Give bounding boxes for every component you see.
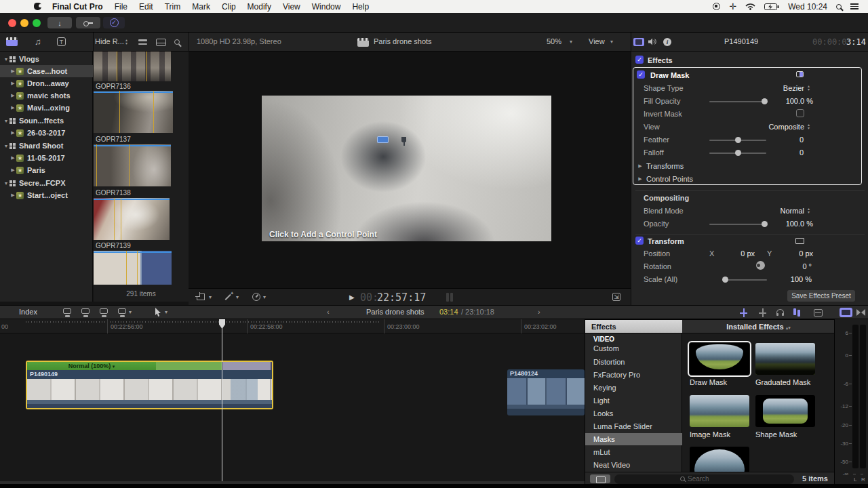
position-x-value[interactable]: 0 px <box>726 249 755 258</box>
next-project-button[interactable]: › <box>538 308 540 316</box>
category-neat-video[interactable]: Neat Video <box>585 459 682 471</box>
rotation-value[interactable]: 0 ° <box>774 262 812 270</box>
connect-edit-button[interactable] <box>62 308 73 317</box>
disclosure-triangle-icon[interactable]: ▼ <box>3 181 9 186</box>
position-y-value[interactable]: 0 px <box>785 249 813 258</box>
search-input[interactable] <box>688 475 728 483</box>
apple-menu-icon[interactable] <box>34 3 41 10</box>
category-mlut[interactable]: mLut <box>585 446 682 458</box>
audio-skimming-toggle-button[interactable] <box>758 308 767 317</box>
sidebar-item-start-project[interactable]: ▶★Start...oject <box>0 189 93 201</box>
scale-all-value[interactable]: 100 % <box>764 275 812 283</box>
sidebar-item-paris[interactable]: ▶★Paris <box>0 164 93 176</box>
append-edit-button[interactable] <box>99 308 109 317</box>
category-masks[interactable]: Masks <box>585 433 682 445</box>
browser-filter-popup[interactable]: Hide R... <box>95 37 124 45</box>
menu-file[interactable]: File <box>115 2 127 12</box>
feather-slider[interactable] <box>709 140 766 141</box>
menu-modify[interactable]: Modify <box>248 2 271 12</box>
transitions-browser-button[interactable] <box>856 308 865 317</box>
category-looks[interactable]: Looks <box>585 407 682 420</box>
notification-center-icon[interactable] <box>850 3 859 9</box>
effects-browser-header[interactable]: Effects <box>585 320 682 333</box>
sidebar-item-dron-away[interactable]: ▶★Dron...away <box>0 77 93 89</box>
titles-generators-button[interactable]: T <box>57 37 66 46</box>
clip-thumbnail-gopr7136[interactable] <box>94 52 171 81</box>
disclosure-triangle-icon[interactable]: ▶ <box>9 105 16 110</box>
control-point-marker[interactable] <box>401 137 406 146</box>
sidebar-item-mavi-oxing[interactable]: ▶★Mavi...oxing <box>0 102 93 114</box>
transform-onscreen-icon[interactable] <box>795 238 804 244</box>
app-menu[interactable]: Final Cut Pro <box>52 2 103 12</box>
overwrite-edit-button[interactable] <box>117 308 127 317</box>
select-tool-button[interactable] <box>155 308 161 317</box>
disclosure-triangle-icon[interactable]: ▼ <box>3 144 9 148</box>
installed-effects-popup[interactable]: Installed Effects ▴▾ <box>682 320 835 333</box>
disclosure-triangle-icon[interactable]: ▼ <box>3 57 9 62</box>
scale-all-slider[interactable] <box>722 279 767 281</box>
menu-bar-clock[interactable]: Wed 10:24 <box>788 2 827 12</box>
disclosure-triangle-icon[interactable]: ▶ <box>9 81 16 86</box>
minimize-window-button[interactable] <box>20 19 28 27</box>
photos-audio-sidebar-button[interactable]: ♫ <box>35 37 41 47</box>
wifi-icon[interactable] <box>745 3 755 10</box>
menu-clip[interactable]: Clip <box>222 2 236 12</box>
solo-toggle-button[interactable] <box>776 309 784 316</box>
timeline-clip-p1480124[interactable]: P1480124 <box>507 369 585 415</box>
opacity-value[interactable]: 100.0 % <box>760 220 813 228</box>
menu-mark[interactable]: Mark <box>192 2 210 12</box>
browser-search-button[interactable] <box>174 39 180 45</box>
video-preview[interactable]: Click to Add a Control Point <box>262 96 551 241</box>
sidebar-item-secret-fcpx[interactable]: ▼Secre...FCPX <box>0 177 93 189</box>
menu-edit[interactable]: Edit <box>139 2 153 12</box>
viewer-view-popup[interactable]: View <box>589 37 605 45</box>
transform-checkbox[interactable]: ✓ <box>635 237 644 245</box>
disclosure-triangle-icon[interactable]: ▶ <box>9 155 16 161</box>
category-keying[interactable]: Keying <box>585 382 682 394</box>
effect-thumbnail-graduated-mask[interactable] <box>755 343 815 375</box>
import-media-button[interactable]: ↓ <box>47 17 72 28</box>
mask-effect-icon[interactable] <box>796 71 804 77</box>
effects-wand-icon[interactable] <box>225 293 233 301</box>
retime-segment-normal[interactable]: Normal (100%) ▾ <box>27 362 156 370</box>
falloff-value[interactable]: 0 <box>760 148 804 157</box>
disclosure-triangle-icon[interactable]: ▶ <box>9 192 16 198</box>
falloff-slider[interactable] <box>709 152 766 154</box>
sidebar-item-shard-shoot[interactable]: ▼Shard Shoot <box>0 140 93 152</box>
sidebar-item-vlogs[interactable]: ▼Vlogs <box>0 53 93 65</box>
skimming-toggle-button[interactable] <box>739 308 748 317</box>
transforms-disclosure-icon[interactable]: ▶ <box>637 163 644 169</box>
control-points-row[interactable]: Control Points <box>646 175 693 183</box>
category-distortion[interactable]: Distortion <box>585 356 682 368</box>
disclosure-triangle-icon[interactable]: ▼ <box>3 119 9 123</box>
category-sidebar-toggle-button[interactable] <box>590 474 610 483</box>
category-fxfactory-pro[interactable]: FxFactory Pro <box>585 369 682 381</box>
info-inspector-tab[interactable]: i <box>663 38 671 46</box>
clip-name[interactable]: GOPR7136 <box>96 83 131 90</box>
index-button[interactable]: Index <box>19 308 37 316</box>
category-light[interactable]: Light <box>585 394 682 407</box>
rotation-dial[interactable] <box>756 261 765 270</box>
keyword-editor-button[interactable] <box>76 17 100 28</box>
menu-view[interactable]: View <box>283 2 300 12</box>
invert-mask-checkbox[interactable] <box>796 109 804 117</box>
transform-crop-tool-icon[interactable] <box>197 293 205 300</box>
show-browser-button[interactable] <box>6 37 18 46</box>
clip-name[interactable]: GOPR7137 <box>96 136 131 143</box>
sidebar-item-26-03-2017[interactable]: ▶★26-03-2017 <box>0 127 93 139</box>
effect-thumbnail-shape-mask[interactable] <box>755 395 815 427</box>
timeline-clip-p1490149[interactable]: Normal (100%) ▾ P1490149 <box>26 361 273 409</box>
previous-project-button[interactable]: ‹ <box>327 308 330 316</box>
fill-opacity-slider[interactable] <box>709 101 768 102</box>
category-custom[interactable]: Custom <box>585 342 682 354</box>
clip-thumbnail-partial[interactable] <box>94 251 172 285</box>
clip-name[interactable]: GOPR7139 <box>96 242 131 249</box>
timeline-area[interactable]: Normal (100%) ▾ P1490149 P1480124 <box>0 333 585 481</box>
sidebar-item-11-05-2017[interactable]: ▶★11-05-2017 <box>0 152 93 164</box>
insert-edit-button[interactable] <box>81 308 91 317</box>
filmstrip-view-button[interactable] <box>156 39 166 46</box>
play-button[interactable]: ▶ <box>349 293 355 301</box>
clip-name[interactable]: GOPR7138 <box>96 189 131 197</box>
effect-thumbnail-draw-mask[interactable] <box>690 343 749 375</box>
viewer-zoom-popup[interactable]: 50% <box>547 37 561 45</box>
